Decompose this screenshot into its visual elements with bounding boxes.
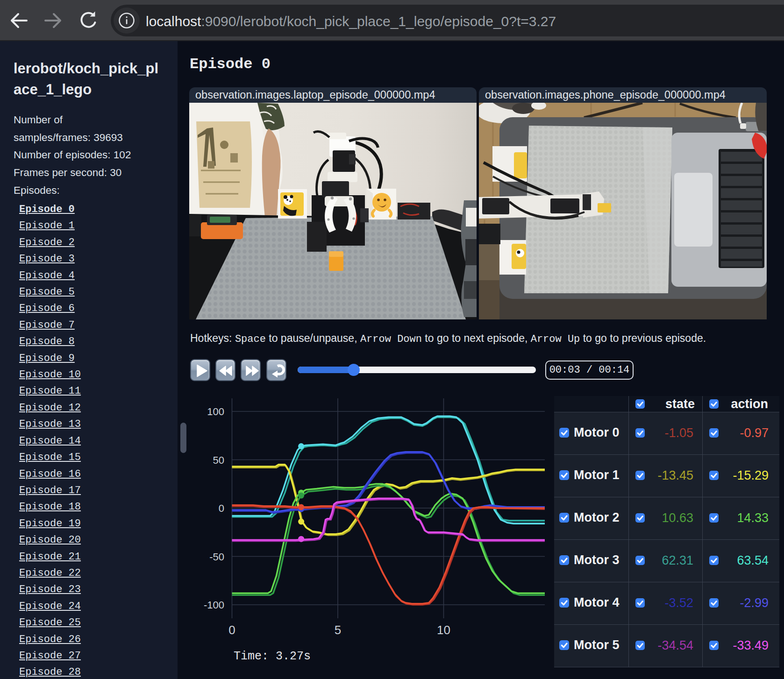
svg-text:100: 100 — [207, 406, 224, 417]
svg-text:Time: 3.27s: Time: 3.27s — [234, 650, 311, 663]
svg-text:-100: -100 — [204, 599, 224, 611]
svg-text:-50: -50 — [209, 551, 224, 563]
svg-text:0: 0 — [219, 502, 224, 514]
svg-text:5: 5 — [335, 623, 341, 637]
svg-text:10: 10 — [437, 623, 450, 637]
svg-text:0: 0 — [228, 623, 235, 637]
svg-text:50: 50 — [213, 454, 224, 466]
